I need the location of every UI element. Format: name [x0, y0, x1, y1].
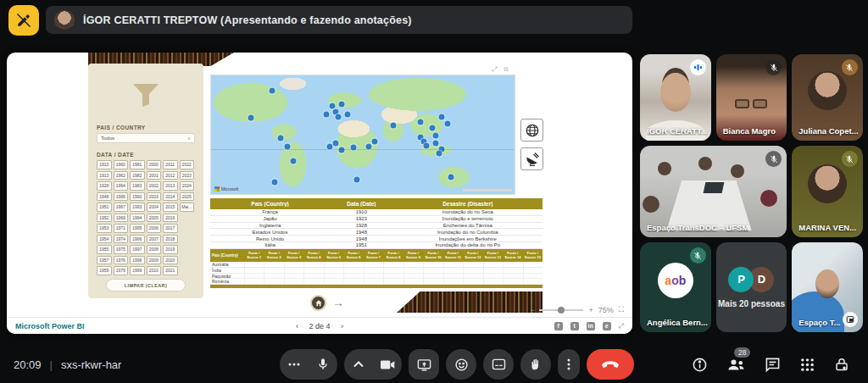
year-button[interactable]: 2013 [163, 181, 178, 191]
visual-header-icons[interactable]: ⤢ ⊡ [492, 65, 511, 74]
year-button[interactable]: 2022 [180, 160, 195, 169]
disaster-location-dot[interactable] [338, 147, 344, 153]
year-button[interactable]: 2019 [163, 245, 178, 254]
next-page-chevron[interactable]: › [341, 322, 343, 330]
year-button[interactable]: 2017 [163, 224, 178, 233]
disasters-table[interactable]: País (Country)Data (Date)Desastre (Disas… [210, 198, 542, 249]
sources-matrix[interactable]: País (Country)Fonte / Source 1Fonte / So… [210, 249, 542, 288]
disaster-location-dot[interactable] [430, 125, 436, 130]
column-header[interactable]: Fonte / Source 2 [264, 252, 283, 260]
table-row[interactable]: Itália1951Inundação do delta do rio Pó [210, 242, 542, 249]
year-button[interactable]: 1952 [97, 214, 112, 223]
table-row[interactable]: Reino Unido1948Inundações em Berkshire [210, 236, 542, 242]
table-row[interactable]: Austrália [210, 262, 542, 268]
year-button[interactable]: 1948 [97, 192, 112, 202]
disaster-location-dot[interactable] [336, 114, 342, 120]
picture-in-picture-icon[interactable] [843, 312, 858, 327]
year-button[interactable]: 2018 [163, 235, 178, 244]
column-header[interactable]: Desastre (Disaster) [393, 201, 542, 207]
year-button[interactable]: 1993 [130, 203, 145, 212]
fit-to-screen-icon[interactable]: ⛶ [619, 305, 624, 314]
table-row[interactable]: Estados Unidos1948Inundação do rio Colum… [210, 229, 542, 236]
camera-button[interactable] [373, 349, 402, 380]
tile-igor[interactable]: ÍGOR CERATT... [640, 54, 711, 141]
year-button[interactable]: 2024 [180, 181, 195, 191]
disaster-location-dot[interactable] [390, 122, 396, 128]
year-button[interactable]: 1969 [114, 214, 129, 223]
column-header[interactable]: Fonte / Source 9 [403, 252, 423, 260]
year-button[interactable]: 1967 [114, 203, 129, 212]
more-options-button[interactable] [558, 349, 580, 380]
year-button[interactable]: 1910 [97, 160, 112, 169]
year-button[interactable]: 2012 [163, 171, 178, 180]
year-button[interactable]: 2001 [147, 171, 162, 180]
disaster-location-dot[interactable] [278, 136, 284, 142]
disaster-location-dot[interactable] [418, 119, 424, 125]
column-header[interactable]: Fonte / Source 12 [463, 252, 482, 260]
raise-hand-button[interactable] [520, 349, 551, 380]
disaster-location-dot[interactable] [330, 103, 336, 109]
disaster-location-dot[interactable] [338, 101, 344, 107]
tile-more-people[interactable]: P D Mais 20 pessoas [716, 242, 787, 332]
column-header[interactable]: Fonte / Source 4 [303, 252, 323, 260]
year-button[interactable]: 1955 [97, 245, 112, 254]
year-button[interactable]: 1913 [97, 171, 112, 180]
column-header[interactable]: Fonte / Source 15 [523, 252, 542, 260]
leave-call-button[interactable] [587, 349, 634, 380]
more-audio-options-button[interactable] [280, 349, 309, 380]
year-button[interactable]: 1997 [130, 245, 145, 254]
shared-screen[interactable]: PAIS / COUNTRY Todos ∨ DATA / DATE 19101… [7, 53, 632, 334]
year-button[interactable]: 1953 [97, 224, 112, 233]
people-panel-button[interactable]: 28 [727, 358, 745, 372]
year-button[interactable]: 2015 [163, 203, 178, 212]
home-button[interactable] [310, 295, 326, 311]
world-map-visual[interactable]: Microsoft [210, 75, 515, 195]
disaster-location-dot[interactable] [269, 88, 275, 94]
year-button[interactable]: 1960 [114, 160, 129, 169]
year-button[interactable]: 1996 [130, 235, 145, 244]
zoom-slider-knob[interactable] [558, 307, 565, 314]
year-button[interactable]: 1995 [130, 224, 145, 233]
zoom-out-button[interactable]: − [530, 306, 534, 314]
year-button[interactable]: 1975 [114, 245, 129, 254]
year-button[interactable]: 1982 [130, 171, 145, 180]
column-header[interactable]: Fonte / Source 11 [443, 252, 463, 260]
year-button[interactable]: 1966 [114, 192, 129, 202]
year-button[interactable]: 2023 [180, 171, 195, 180]
country-dropdown[interactable]: Todos ∨ [97, 133, 195, 143]
year-button[interactable]: 1964 [114, 181, 129, 191]
disaster-location-dot[interactable] [351, 145, 357, 151]
year-button[interactable]: 2000 [147, 160, 162, 169]
tile-juliana[interactable]: Juliana Copet... [792, 54, 863, 141]
tile-angelica[interactable]: aob Angélica Bern... [640, 242, 711, 332]
map-view-button[interactable] [520, 119, 543, 142]
year-button[interactable]: 2003 [147, 192, 162, 202]
year-button[interactable]: 2007 [147, 235, 162, 244]
disaster-location-dot[interactable] [424, 142, 430, 148]
column-header[interactable]: Fonte / Source 10 [423, 252, 442, 260]
camera-options-chevron[interactable] [344, 349, 373, 380]
year-button[interactable]: 2008 [147, 245, 162, 254]
year-button[interactable]: 1951 [97, 203, 112, 212]
year-button[interactable]: 1979 [114, 266, 129, 275]
table-row[interactable]: Japão1923Inundação e terremoto [210, 216, 542, 223]
disaster-location-dot[interactable] [345, 112, 351, 118]
disaster-location-dot[interactable] [284, 144, 290, 150]
column-header[interactable]: Fonte / Source 3 [284, 252, 303, 260]
present-button[interactable] [409, 349, 439, 380]
year-button[interactable]: 2010 [147, 266, 162, 275]
disaster-location-dot[interactable] [436, 151, 442, 157]
table-row[interactable]: França1910Inundação do rio Sena [210, 209, 542, 216]
disaster-location-dot[interactable] [290, 158, 296, 164]
year-button[interactable]: 1959 [97, 266, 112, 275]
year-button[interactable]: 1998 [130, 256, 145, 265]
disaster-location-dot[interactable] [324, 112, 330, 118]
column-header[interactable]: País (Country) [210, 253, 244, 258]
disaster-location-dot[interactable] [366, 144, 372, 150]
annotation-toggle-button[interactable] [8, 5, 39, 36]
column-header[interactable]: Fonte / Source 6 [343, 252, 363, 260]
table-row[interactable]: Índia [210, 268, 542, 274]
captions-button[interactable] [483, 349, 514, 380]
year-button[interactable]: Mai... [180, 203, 195, 212]
activities-grid-button[interactable] [800, 358, 815, 372]
